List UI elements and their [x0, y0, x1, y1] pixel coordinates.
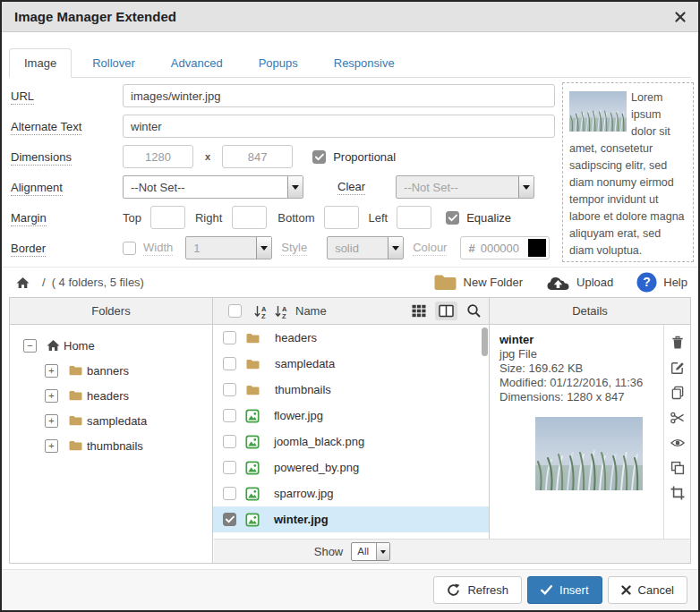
expand-icon[interactable]: + — [45, 439, 58, 453]
file-row[interactable]: flower.jpg — [213, 403, 489, 429]
home-icon — [47, 339, 60, 352]
crop-icon[interactable] — [670, 485, 685, 500]
file-row[interactable]: sampledata — [213, 351, 489, 377]
tree-item-sampledata[interactable]: + sampledata — [10, 408, 212, 433]
close-icon[interactable] — [675, 12, 686, 22]
breadcrumb[interactable]: / — [42, 276, 46, 289]
tree-item-headers[interactable]: + headers — [10, 383, 212, 408]
file-row[interactable]: joomla_black.png — [213, 429, 489, 455]
preview-pane: Lorem ipsum dolor sit amet, consetetur s… — [562, 82, 694, 262]
tree-item-thumbnails[interactable]: + thumbnails — [10, 433, 212, 458]
margin-row: Margin Top Right Bottom Left Equalize — [11, 202, 557, 233]
select-all-checkbox[interactable] — [228, 304, 242, 318]
folder-file-count: ( 4 folders, 5 files) — [52, 276, 144, 289]
tree-item-banners[interactable]: + banners — [10, 358, 212, 383]
tab-rollover[interactable]: Rollover — [77, 48, 150, 78]
alignment-select[interactable]: --Not Set-- — [123, 175, 303, 199]
details-dimensions: Dimensions: 1280 x 847 — [499, 390, 690, 404]
folder-icon — [245, 358, 260, 370]
hash-prefix: # — [468, 242, 474, 255]
search-icon[interactable] — [466, 303, 482, 319]
dimensions-label: Dimensions — [11, 150, 72, 166]
margin-left-label: Left — [369, 211, 388, 225]
tab-image[interactable]: Image — [9, 48, 72, 78]
file-details: winter jpg File Size: 169.62 KB Modified… — [490, 325, 690, 490]
file-row[interactable]: thumbnails — [213, 377, 489, 403]
home-icon[interactable] — [16, 276, 30, 289]
file-list-scrollbar[interactable] — [482, 327, 488, 356]
alt-text-input[interactable] — [123, 115, 555, 138]
margin-bottom-input[interactable] — [324, 206, 359, 229]
file-actions — [663, 325, 690, 539]
proportional-checkbox[interactable] — [312, 150, 326, 164]
margin-top-label: Top — [123, 211, 141, 225]
border-width-select[interactable]: 1 — [185, 236, 272, 259]
file-checkbox[interactable] — [223, 513, 236, 526]
file-checkbox[interactable] — [223, 487, 236, 500]
delete-icon[interactable] — [670, 335, 685, 350]
file-row[interactable]: winter.jpg — [213, 506, 489, 532]
folder-tree-panel: − Home + banners + headers + sampledata — [10, 325, 213, 563]
image-manager-dialog: Image Manager Extended Image Rollover Ad… — [0, 0, 700, 612]
copy-icon[interactable] — [670, 385, 685, 400]
colour-swatch[interactable] — [528, 239, 546, 257]
help-button[interactable]: ? Help — [636, 272, 687, 293]
duplicate-icon[interactable] — [670, 460, 685, 475]
tab-popups[interactable]: Popups — [243, 48, 313, 78]
insert-button[interactable]: Insert — [527, 576, 602, 604]
new-folder-button[interactable]: New Folder — [433, 273, 523, 292]
file-checkbox[interactable] — [223, 435, 236, 448]
svg-text:Z: Z — [282, 311, 286, 319]
show-select[interactable]: All — [351, 542, 390, 561]
upload-cloud-icon — [546, 274, 570, 291]
border-style-label: Style — [281, 241, 307, 256]
file-checkbox[interactable] — [223, 331, 236, 344]
cancel-button[interactable]: Cancel — [608, 576, 687, 604]
clear-select[interactable]: --Not Set-- — [396, 175, 534, 199]
folder-icon — [68, 364, 83, 377]
details-header: Details — [490, 298, 690, 324]
sort-name-ascending-icon[interactable]: AZ — [253, 304, 269, 319]
height-input[interactable] — [222, 145, 293, 168]
tab-advanced[interactable]: Advanced — [156, 48, 238, 78]
refresh-button[interactable]: Refresh — [433, 576, 522, 604]
preview-eye-icon[interactable] — [670, 435, 685, 450]
file-checkbox[interactable] — [223, 461, 236, 474]
upload-button[interactable]: Upload — [546, 274, 613, 291]
file-checkbox[interactable] — [223, 357, 236, 370]
margin-top-input[interactable] — [150, 206, 185, 229]
collapse-icon[interactable]: − — [23, 339, 37, 353]
margin-left-input[interactable] — [397, 206, 431, 229]
alt-text-label: Alternate Text — [11, 120, 81, 135]
width-input[interactable] — [123, 145, 193, 168]
border-width-checkbox[interactable] — [123, 242, 136, 255]
file-checkbox[interactable] — [223, 383, 236, 396]
file-row[interactable]: sparrow.jpg — [213, 480, 489, 506]
equalize-checkbox[interactable] — [446, 211, 459, 225]
image-file-icon — [245, 409, 260, 423]
border-style-select[interactable]: solid — [327, 236, 404, 259]
rename-icon[interactable] — [670, 360, 685, 375]
file-row[interactable]: powered_by.png — [213, 455, 489, 480]
chevron-down-icon — [518, 176, 534, 198]
dimensions-separator: x — [205, 151, 210, 162]
tree-item-home[interactable]: − Home — [10, 333, 212, 358]
border-colour-input[interactable]: # 000000 — [460, 236, 550, 259]
tab-responsive[interactable]: Responsive — [319, 48, 410, 78]
expand-icon[interactable]: + — [45, 389, 58, 403]
margin-right-input[interactable] — [232, 206, 267, 229]
expand-icon[interactable]: + — [45, 414, 58, 428]
file-list: headerssampledatathumbnailsflower.jpgjoo… — [213, 325, 489, 532]
file-checkbox[interactable] — [223, 409, 236, 422]
sort-extension-icon[interactable]: AZ — [274, 304, 289, 319]
url-input[interactable] — [123, 84, 555, 107]
columns-view-icon[interactable] — [435, 302, 457, 320]
details-title: winter — [499, 333, 690, 347]
expand-icon[interactable]: + — [45, 364, 58, 378]
file-row[interactable]: headers — [213, 325, 489, 351]
file-name: sampledata — [275, 357, 335, 370]
image-file-icon — [245, 461, 260, 475]
grid-view-icon[interactable] — [412, 304, 426, 318]
details-size: Size: 169.62 KB — [499, 361, 690, 376]
cut-icon[interactable] — [670, 410, 685, 425]
